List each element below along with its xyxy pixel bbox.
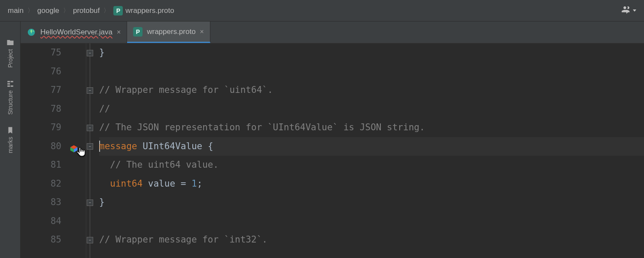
chevron-right-icon: 〉	[64, 7, 69, 15]
chevron-down-icon	[633, 9, 636, 12]
code-line[interactable]	[99, 212, 644, 231]
structure-icon	[6, 80, 14, 88]
code-with-me-button[interactable]	[619, 3, 639, 18]
bookmarks-icon	[6, 126, 14, 134]
code-line[interactable]: // The uint64 value.	[99, 156, 644, 175]
code-line[interactable]: // Wrapper message for `uint64`.	[99, 81, 644, 100]
code-editor[interactable]: 7576777879808182838485 −−−−−− }// Wrappe…	[21, 43, 644, 258]
fold-open-icon[interactable]: −	[87, 87, 93, 94]
tool-window-bookmarks[interactable]: marks	[6, 126, 14, 153]
breadcrumb-item[interactable]: main	[5, 6, 26, 16]
code-token	[99, 175, 110, 194]
code-line[interactable]	[99, 62, 644, 81]
line-number-gutter: 7576777879808182838485	[21, 43, 66, 258]
chevron-right-icon: 〉	[104, 7, 109, 15]
fold-open-icon[interactable]: −	[87, 143, 93, 150]
tool-window-rail: Project Structure marks	[0, 22, 21, 258]
line-number: 80	[21, 137, 61, 156]
code-line[interactable]: uint64 value = 1;	[99, 175, 644, 194]
code-token: message	[99, 137, 143, 156]
editor-tab-label: wrappers.proto	[147, 28, 195, 36]
code-token: // The JSON representation for `UInt64Va…	[99, 118, 425, 137]
code-token: // Wrapper message for `int32`.	[99, 230, 267, 249]
navigation-bar: main 〉 google 〉 protobuf 〉 P wrappers.pr…	[0, 0, 644, 22]
fold-close-icon[interactable]: −	[87, 200, 93, 206]
code-token: =	[181, 175, 191, 194]
fold-close-icon[interactable]: −	[87, 50, 93, 56]
java-class-icon	[27, 28, 36, 37]
code-line[interactable]: //	[99, 100, 644, 119]
code-token: {	[208, 137, 213, 156]
code-token: 1	[191, 175, 197, 194]
code-text[interactable]: }// Wrapper message for `uint64`.//// Th…	[97, 43, 644, 258]
tool-window-label: marks	[7, 137, 14, 153]
fold-column: −−−−−−	[86, 43, 97, 258]
tool-window-label: Project	[7, 49, 14, 68]
line-number: 76	[21, 62, 61, 81]
line-number: 81	[21, 156, 61, 175]
code-token: // Wrapper message for `uint64`.	[99, 81, 273, 100]
line-number: 75	[21, 43, 61, 62]
chevron-right-icon: 〉	[28, 7, 33, 15]
breadcrumb-item[interactable]: google	[35, 6, 62, 16]
tool-window-label: Structure	[7, 90, 14, 115]
line-number: 78	[21, 100, 61, 119]
editor-tabs: HelloWorldServer.java × P wrappers.proto…	[21, 22, 644, 43]
user-pair-icon	[622, 5, 631, 16]
code-token: }	[99, 193, 105, 212]
breadcrumb-item[interactable]: protobuf	[70, 6, 102, 16]
gutter-icon-column	[66, 43, 86, 258]
close-tab-icon[interactable]: ×	[117, 29, 121, 36]
code-token: // The uint64 value.	[110, 156, 219, 175]
code-token: uint64	[110, 175, 148, 194]
folder-icon	[6, 39, 14, 46]
line-number: 79	[21, 118, 61, 137]
editor-area: HelloWorldServer.java × P wrappers.proto…	[21, 22, 644, 258]
code-token	[99, 156, 110, 175]
breadcrumb-item-label: wrappers.proto	[125, 6, 174, 15]
code-line[interactable]: }	[99, 43, 644, 62]
editor-tab-label: HelloWorldServer.java	[40, 28, 112, 37]
fold-open-icon[interactable]: −	[87, 237, 93, 243]
line-number: 85	[21, 230, 61, 249]
editor-tab[interactable]: P wrappers.proto ×	[127, 22, 210, 43]
line-number: 82	[21, 175, 61, 194]
line-number: 77	[21, 81, 61, 100]
code-token: ;	[197, 175, 203, 194]
tool-window-structure[interactable]: Structure	[6, 80, 14, 115]
breadcrumb-item[interactable]: P wrappers.proto	[111, 5, 176, 16]
code-token: UInt64Value	[143, 137, 208, 156]
tool-window-project[interactable]: Project	[6, 39, 14, 68]
protobuf-gutter-icon[interactable]	[69, 141, 79, 151]
code-line[interactable]: // The JSON representation for `UInt64Va…	[99, 118, 644, 137]
code-line[interactable]: // Wrapper message for `int32`.	[99, 230, 644, 249]
line-number: 83	[21, 193, 61, 212]
code-token: //	[99, 100, 110, 119]
close-tab-icon[interactable]: ×	[200, 28, 204, 35]
line-number: 84	[21, 212, 61, 231]
code-line[interactable]: message UInt64Value {	[99, 137, 644, 156]
fold-close-icon[interactable]: −	[87, 125, 93, 131]
breadcrumb: main 〉 google 〉 protobuf 〉 P wrappers.pr…	[5, 5, 177, 16]
proto-file-icon: P	[113, 6, 123, 15]
code-token: }	[99, 43, 105, 62]
code-line[interactable]: }	[99, 193, 644, 212]
code-token: value	[148, 175, 181, 194]
proto-file-icon: P	[133, 27, 143, 37]
editor-tab[interactable]: HelloWorldServer.java ×	[21, 22, 127, 43]
